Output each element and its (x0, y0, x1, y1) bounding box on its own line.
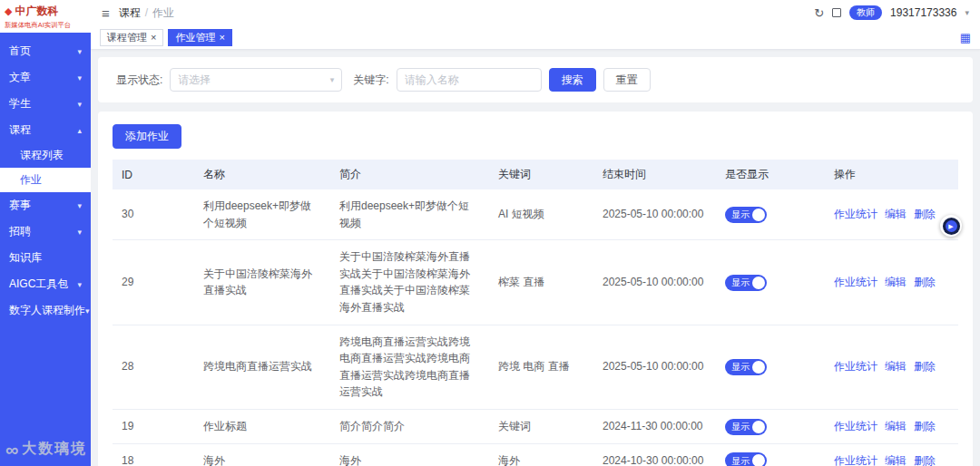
assignment-stats-link[interactable]: 作业统计 (834, 454, 877, 466)
keyword-filter-label: 关键字: (353, 73, 388, 88)
chevron-up-icon: ▴ (77, 126, 82, 135)
menu-label: 招聘 (9, 224, 31, 239)
tab-course-management[interactable]: 课程管理 × (100, 29, 163, 46)
cell-end-time: 2024-11-30 00:00:00 (593, 409, 716, 443)
header-keywords: 关键词 (489, 160, 593, 189)
header-name: 名称 (194, 160, 330, 189)
sidebar-item-competitions[interactable]: 赛事 ▾ (0, 192, 91, 218)
menu-label: 课程 (9, 122, 31, 138)
cell-actions: 作业统计编辑删除 (825, 409, 958, 443)
menu-label: 知识库 (9, 250, 42, 266)
sidebar-item-aigc-toolkit[interactable]: AIGC工具包 ▾ (0, 271, 91, 297)
sidebar-item-digital-human[interactable]: 数字人课程制作 ▾ (0, 297, 91, 324)
cell-visible: 显示 (716, 409, 825, 443)
search-button[interactable]: 搜索 (549, 68, 596, 92)
fullscreen-icon[interactable] (832, 8, 841, 17)
main-column: ≡ 课程 / 作业 ↻ 教师 19317173336 ▾ 课程管理 × 作业管理 (91, 0, 980, 466)
breadcrumb: 课程 / 作业 (119, 5, 174, 21)
status-select[interactable]: 请选择 ▾ (170, 68, 342, 92)
cell-actions: 作业统计编辑删除 (825, 325, 958, 409)
visibility-toggle[interactable]: 显示 (725, 419, 767, 435)
edit-link[interactable]: 编辑 (885, 454, 906, 466)
refresh-icon[interactable]: ↻ (814, 7, 824, 19)
sidebar-item-courses[interactable]: 课程 ▴ (0, 117, 91, 143)
status-select-placeholder: 请选择 (178, 73, 211, 88)
assignment-stats-link[interactable]: 作业统计 (834, 360, 877, 373)
topbar-actions: ↻ 教师 19317173336 ▾ (814, 5, 969, 20)
chevron-down-icon: ▾ (330, 75, 335, 84)
cell-end-time: 2025-05-10 00:00:00 (593, 240, 716, 325)
delete-link[interactable]: 删除 (914, 276, 936, 288)
cell-visible: 显示 (716, 325, 825, 409)
floating-assistant-button[interactable]: ▶ (940, 215, 962, 237)
sidebar-item-students[interactable]: 学生 ▾ (0, 91, 91, 117)
menu-label: 数字人课程制作 (9, 303, 85, 318)
tab-label: 课程管理 (107, 31, 147, 44)
cell-visible: 显示 (716, 240, 825, 325)
sidebar-item-recruitment[interactable]: 招聘 ▾ (0, 218, 91, 245)
visibility-toggle[interactable]: 显示 (725, 275, 767, 291)
visibility-toggle[interactable]: 显示 (725, 359, 767, 375)
close-icon[interactable]: × (151, 33, 156, 43)
cell-name: 跨境电商直播运营实战 (194, 325, 330, 409)
sidebar-subitem-course-list[interactable]: 课程列表 (0, 143, 91, 168)
toggle-on-label: 显示 (731, 420, 750, 434)
edit-link[interactable]: 编辑 (885, 208, 906, 220)
filter-bar: 显示状态: 请选择 ▾ 关键字: 搜索 重置 (98, 57, 973, 102)
cell-keywords: 跨境 电商 直播 (489, 325, 593, 409)
sidebar-item-articles[interactable]: 文章 ▾ (0, 64, 91, 91)
header-actions: 操作 (825, 160, 958, 189)
add-assignment-button[interactable]: 添加作业 (113, 124, 181, 149)
cell-id: 18 (113, 443, 194, 466)
chevron-down-icon: ▾ (77, 228, 82, 237)
toggle-knob (752, 454, 765, 466)
menu-label: 首页 (9, 44, 31, 59)
delete-link[interactable]: 删除 (914, 360, 936, 373)
delete-link[interactable]: 删除 (914, 454, 936, 466)
tab-assignment-management[interactable]: 作业管理 × (168, 29, 231, 46)
breadcrumb-current: 作业 (152, 5, 174, 21)
chevron-down-icon: ▾ (77, 100, 82, 109)
delete-link[interactable]: 删除 (914, 208, 936, 220)
menu-label: AIGC工具包 (9, 277, 68, 292)
edit-link[interactable]: 编辑 (885, 420, 906, 432)
app-root: ◆ 中广数科 新媒体电商AI实训平台 首页 ▾ 文章 ▾ 学生 ▾ 课程 ▴ (0, 0, 980, 466)
visibility-toggle[interactable]: 显示 (725, 452, 767, 466)
chevron-down-icon: ▾ (77, 47, 82, 56)
sidebar-item-home[interactable]: 首页 ▾ (0, 38, 91, 64)
cell-visible: 显示 (716, 189, 825, 240)
topbar: ≡ 课程 / 作业 ↻ 教师 19317173336 ▾ (91, 0, 980, 25)
sidebar-menu: 首页 ▾ 文章 ▾ 学生 ▾ 课程 ▴ 课程列表 作业 赛事 (0, 38, 91, 324)
header-id: ID (113, 160, 194, 189)
chevron-down-icon: ▾ (85, 306, 90, 316)
hamburger-icon[interactable]: ≡ (102, 6, 110, 20)
breadcrumb-root[interactable]: 课程 (119, 5, 141, 21)
cell-end-time: 2025-05-10 00:00:00 (593, 325, 716, 409)
sidebar-item-knowledge-base[interactable]: 知识库 (0, 245, 91, 271)
edit-link[interactable]: 编辑 (885, 360, 906, 373)
visibility-toggle[interactable]: 显示 (725, 207, 767, 223)
delete-link[interactable]: 删除 (914, 420, 936, 432)
sidebar-subitem-assignments[interactable]: 作业 (0, 168, 91, 192)
cell-keywords: 榨菜 直播 (489, 240, 593, 325)
cell-intro: 海外 (330, 443, 489, 466)
reset-button[interactable]: 重置 (603, 68, 651, 92)
grid-icon[interactable]: ▦ (960, 31, 971, 44)
assignment-stats-link[interactable]: 作业统计 (834, 420, 877, 432)
logo-title: 中广数科 (15, 4, 58, 19)
user-menu-chevron-icon[interactable]: ▾ (965, 8, 969, 17)
assignment-stats-link[interactable]: 作业统计 (834, 276, 877, 288)
breadcrumb-separator: / (145, 6, 148, 19)
cell-actions: 作业统计编辑删除 (825, 443, 958, 466)
menu-label: 学生 (9, 96, 31, 112)
cell-keywords: 海外 (489, 443, 593, 466)
status-filter-label: 显示状态: (116, 73, 162, 88)
table-row: 28 跨境电商直播运营实战 跨境电商直播运营实战跨境电商直播运营实战跨境电商直播… (113, 325, 958, 409)
edit-link[interactable]: 编辑 (885, 276, 906, 288)
cell-end-time: 2025-05-10 00:00:00 (593, 189, 716, 240)
close-icon[interactable]: × (219, 33, 224, 43)
submenu-label: 课程列表 (20, 148, 64, 163)
assignment-stats-link[interactable]: 作业统计 (834, 208, 877, 220)
user-account[interactable]: 19317173336 (890, 6, 956, 19)
keyword-input[interactable] (397, 68, 542, 92)
